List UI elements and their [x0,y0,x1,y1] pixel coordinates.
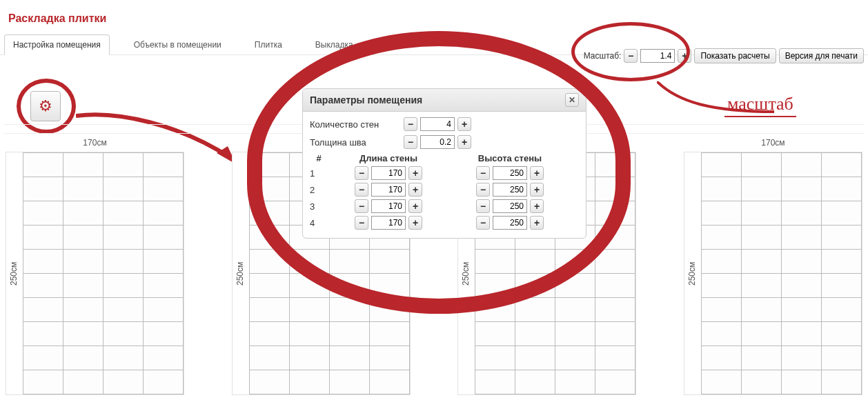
dialog-body: Количество стен − + Толщина шва − + # Дл… [303,112,586,238]
len-plus[interactable]: + [408,216,422,230]
tile-cell [23,153,63,177]
dialog-header[interactable]: Параметры помещения ✕ [303,89,586,112]
show-calc-button[interactable]: Показать расчеты [694,48,776,63]
scale-label: Масштаб: [584,51,622,61]
seam-plus[interactable]: + [457,135,471,149]
wall-width-label: 170см [83,138,106,148]
print-version-button[interactable]: Версия для печати [779,48,864,63]
walls-count-label: Количество стен [310,119,400,130]
tab-tile[interactable]: Плитка [246,34,291,55]
h-minus[interactable]: − [476,166,490,180]
h-plus[interactable]: + [530,183,544,197]
annotation-arrow-icon [657,81,781,123]
h-plus[interactable]: + [530,166,544,180]
h-minus[interactable]: − [476,183,490,197]
h-input[interactable] [493,199,527,213]
wall-4: 170см 250см [684,138,862,411]
row-index: 3 [310,201,328,212]
tab-objects[interactable]: Объекты в помещении [125,34,230,55]
tile-grid[interactable] [23,152,184,394]
len-minus[interactable]: − [355,183,368,197]
tile-grid[interactable] [701,152,862,394]
tab-layout[interactable]: Выкладка [306,34,362,55]
h-input[interactable] [493,166,527,180]
dialog-title: Параметры помещения [310,94,422,106]
scale-plus-button[interactable]: + [678,49,691,63]
tab-room-setup[interactable]: Настройка помещения [4,34,110,55]
h-minus[interactable]: − [476,216,490,230]
wall-width-label: 170см [761,138,785,148]
row-index: 4 [310,218,328,228]
seam-minus[interactable]: − [404,135,417,149]
wall-row: 1 − + − + [310,166,579,180]
room-params-dialog: Параметры помещения ✕ Количество стен − … [302,88,586,239]
h-input[interactable] [493,183,527,197]
wall-1: 170см 250см [6,138,184,411]
len-input[interactable] [371,183,406,197]
h-input[interactable] [493,216,527,230]
len-minus[interactable]: − [355,199,368,213]
wall-table-header: # Длина стены Высота стены [310,153,579,163]
len-plus[interactable]: + [408,199,422,213]
wall-row: 3 − + − + [310,199,579,213]
wall-height-label: 250см [233,152,248,394]
toolbar: Масштаб: − + Показать расчеты Версия для… [584,48,864,63]
len-minus[interactable]: − [355,216,368,230]
seam-input[interactable] [420,135,455,149]
scale-input[interactable] [640,49,675,63]
len-plus[interactable]: + [408,166,422,180]
row-index: 2 [310,185,328,195]
col-height: Высота стены [449,153,571,163]
dialog-close-button[interactable]: ✕ [565,93,579,107]
col-hash: # [310,153,328,163]
annotation-scale-label: масштаб [724,94,796,117]
settings-gear-button[interactable]: ⚙ [30,91,61,121]
h-plus[interactable]: + [530,199,544,213]
wall-row: 2 − + − + [310,183,579,197]
scale-minus-button[interactable]: − [624,49,638,63]
seam-label: Толщина шва [310,137,400,148]
wall-height-label: 250см [6,152,21,394]
walls-count-input[interactable] [420,117,455,131]
h-plus[interactable]: + [530,216,544,230]
page-title: Раскладка плитки [0,0,868,30]
len-input[interactable] [371,166,406,180]
walls-count-plus[interactable]: + [457,117,471,131]
row-index: 1 [310,168,328,179]
wall-height-label: 250см [684,152,700,394]
gear-icon: ⚙ [39,97,52,115]
walls-count-minus[interactable]: − [404,117,417,131]
len-input[interactable] [371,216,406,230]
len-input[interactable] [371,199,406,213]
len-minus[interactable]: − [355,166,368,180]
col-length: Длина стены [328,153,449,163]
wall-row: 4 − + − + [310,216,579,230]
len-plus[interactable]: + [408,183,422,197]
h-minus[interactable]: − [476,199,490,213]
